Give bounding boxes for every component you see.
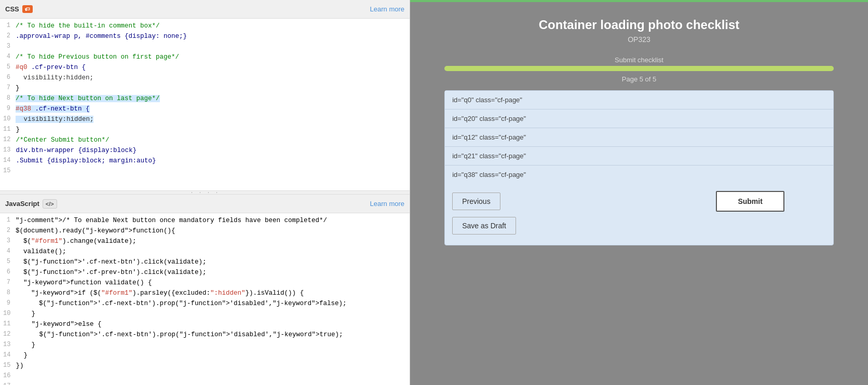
line-content: visibility:hidden; bbox=[16, 114, 93, 125]
submit-button[interactable]: Submit bbox=[716, 191, 784, 212]
line-number: 4 bbox=[0, 246, 16, 257]
line-content: } bbox=[16, 125, 20, 135]
css-line: 12/*Center Submit button*/ bbox=[0, 135, 410, 145]
line-content: #q38 .cf-next-btn { bbox=[16, 104, 90, 114]
line-content: } bbox=[16, 340, 35, 350]
js-line: 9 $("j-function">'.cf-next-btn').prop("j… bbox=[0, 298, 410, 309]
css-line: 15 bbox=[0, 166, 410, 176]
line-number: 5 bbox=[0, 62, 16, 73]
js-line: 10 } bbox=[0, 309, 410, 319]
js-header-left: JavaScript </> bbox=[5, 199, 57, 209]
line-content: $("j-function">'.cf-next-btn').prop("j-f… bbox=[16, 329, 343, 340]
css-line: 4/* To hide Previous button on first pag… bbox=[0, 52, 410, 62]
page-row: id="q20" class="cf-page" bbox=[445, 109, 833, 128]
js-line: 3 $("#form1").change(validate); bbox=[0, 236, 410, 246]
previous-button[interactable]: Previous bbox=[452, 192, 500, 210]
css-line: 11} bbox=[0, 125, 410, 135]
js-line: 8 "j-keyword">if ($("#form1").parsley({e… bbox=[0, 288, 410, 298]
line-number: 13 bbox=[0, 145, 16, 156]
js-label: JavaScript bbox=[5, 200, 39, 208]
line-content: } bbox=[16, 309, 35, 319]
form-buttons: Previous Submit Save as Draft bbox=[445, 184, 833, 235]
line-content: "j-keyword">if ($("#form1").parsley({exc… bbox=[16, 288, 304, 298]
form-header: Container loading photo checklist OP323 bbox=[528, 2, 750, 49]
line-content: /* To hide Next button on last page*/ bbox=[16, 93, 160, 104]
css-header-left: CSS 🏷 bbox=[5, 5, 33, 13]
js-line: 15}) bbox=[0, 361, 410, 371]
line-number: 14 bbox=[0, 156, 16, 166]
line-number: 9 bbox=[0, 298, 16, 309]
line-number: 7 bbox=[0, 278, 16, 288]
form-title: Container loading photo checklist bbox=[539, 18, 740, 32]
js-code-area[interactable]: 1"j-comment">/* To enable Next button on… bbox=[0, 213, 410, 385]
line-content: validate(); bbox=[16, 246, 66, 257]
line-number: 1 bbox=[0, 21, 16, 31]
line-number: 3 bbox=[0, 236, 16, 246]
line-number: 2 bbox=[0, 226, 16, 236]
js-line: 13 } bbox=[0, 340, 410, 350]
line-number: 12 bbox=[0, 329, 16, 340]
css-line: 14.Submit {display:block; margin:auto} bbox=[0, 156, 410, 166]
js-section: JavaScript </> Learn more 1"j-comment">/… bbox=[0, 195, 410, 385]
line-number: 1 bbox=[0, 215, 16, 226]
css-line: 10 visibility:hidden; bbox=[0, 114, 410, 125]
js-line: 12 $("j-function">'.cf-next-btn').prop("… bbox=[0, 329, 410, 340]
css-line: 1/* To hide the built-in comment box*/ bbox=[0, 21, 410, 31]
js-line: 14 } bbox=[0, 350, 410, 361]
js-line: 17 bbox=[0, 381, 410, 385]
line-number: 11 bbox=[0, 319, 16, 329]
page-row: id="q0" class="cf-page" bbox=[445, 91, 833, 109]
line-content: "j-comment">/* To enable Next button onc… bbox=[16, 215, 327, 226]
js-line: 16 bbox=[0, 371, 410, 381]
js-learn-more-link[interactable]: Learn more bbox=[370, 200, 404, 208]
line-number: 17 bbox=[0, 381, 16, 385]
line-content: "j-keyword">function validate() { bbox=[16, 278, 152, 288]
line-content: $(document).ready("j-keyword">function()… bbox=[16, 226, 175, 236]
css-learn-more-link[interactable]: Learn more bbox=[370, 5, 404, 13]
css-label: CSS bbox=[5, 5, 19, 13]
save-draft-button[interactable]: Save as Draft bbox=[452, 217, 516, 235]
line-number: 6 bbox=[0, 267, 16, 278]
line-content: /* To hide the built-in comment box*/ bbox=[16, 21, 160, 31]
css-line: 9#q38 .cf-next-btn { bbox=[0, 104, 410, 114]
prev-submit-row: Previous Submit bbox=[452, 191, 826, 212]
line-number: 5 bbox=[0, 257, 16, 267]
line-number: 8 bbox=[0, 93, 16, 104]
drag-divider[interactable]: · · · · bbox=[0, 190, 410, 195]
css-line: 8/* To hide Next button on last page*/ bbox=[0, 93, 410, 104]
line-number: 15 bbox=[0, 166, 16, 176]
form-card: id="q0" class="cf-page"id="q20" class="c… bbox=[444, 90, 834, 245]
line-content: $("j-function">'.cf-next-btn').click(val… bbox=[16, 257, 207, 267]
line-number: 6 bbox=[0, 73, 16, 83]
line-number: 16 bbox=[0, 371, 16, 381]
page-row: id="q21" class="cf-page" bbox=[445, 147, 833, 166]
js-header: JavaScript </> Learn more bbox=[0, 195, 410, 213]
page-rows-container: id="q0" class="cf-page"id="q20" class="c… bbox=[445, 91, 833, 184]
page-row: id="q38" class="cf-page" bbox=[445, 166, 833, 184]
line-content: $("#form1").change(validate); bbox=[16, 236, 137, 246]
line-number: 2 bbox=[0, 31, 16, 42]
line-content: #q0 .cf-prev-btn { bbox=[16, 62, 86, 73]
css-code-area[interactable]: 1/* To hide the built-in comment box*/2.… bbox=[0, 19, 410, 190]
line-content: /* To hide Previous button on first page… bbox=[16, 52, 179, 62]
line-number: 13 bbox=[0, 340, 16, 350]
line-content: $("j-function">'.cf-next-btn').prop("j-f… bbox=[16, 298, 347, 309]
line-number: 10 bbox=[0, 309, 16, 319]
line-number: 3 bbox=[0, 42, 16, 52]
js-line: 5 $("j-function">'.cf-next-btn').click(v… bbox=[0, 257, 410, 267]
left-panel: CSS 🏷 Learn more 1/* To hide the built-i… bbox=[0, 0, 410, 385]
css-line: 6 visibility:hidden; bbox=[0, 73, 410, 83]
js-line: 4 validate(); bbox=[0, 246, 410, 257]
line-number: 4 bbox=[0, 52, 16, 62]
right-panel: Container loading photo checklist OP323 … bbox=[410, 0, 868, 385]
js-line: 2$(document).ready("j-keyword">function(… bbox=[0, 226, 410, 236]
line-number: 8 bbox=[0, 288, 16, 298]
line-content: .Submit {display:block; margin:auto} bbox=[16, 156, 156, 166]
page-row: id="q12" class="cf-page" bbox=[445, 128, 833, 147]
css-line: 5#q0 .cf-prev-btn { bbox=[0, 62, 410, 73]
submit-checklist-container: Submit checklist bbox=[444, 56, 834, 71]
js-line: 7 "j-keyword">function validate() { bbox=[0, 278, 410, 288]
line-content: "j-keyword">else { bbox=[16, 319, 101, 329]
line-content: .approval-wrap p, #comments {display: no… bbox=[16, 31, 187, 42]
css-line: 2.approval-wrap p, #comments {display: n… bbox=[0, 31, 410, 42]
